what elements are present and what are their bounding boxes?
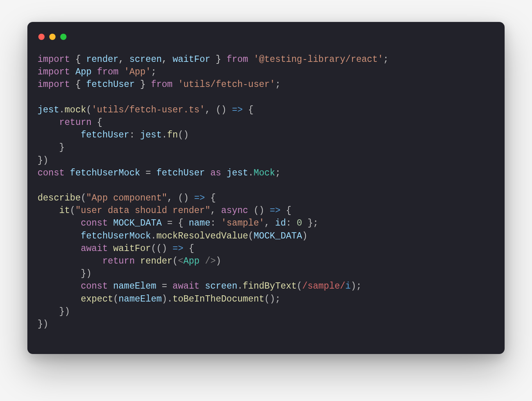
code-token: () (248, 206, 270, 216)
code-token: name (189, 218, 210, 228)
code-token: , () (167, 193, 194, 203)
code-token: => (232, 105, 243, 115)
code-token: const (81, 281, 108, 291)
code-token (70, 67, 75, 77)
code-token: 'utils/fetch-user.ts' (92, 105, 205, 115)
code-token: } (135, 79, 151, 90)
code-token: mockResolvedValue (156, 231, 248, 241)
code-token: ) (216, 256, 221, 266)
code-token: id (275, 218, 286, 228)
code-token: import (38, 79, 70, 90)
code-token (248, 54, 253, 65)
code-token: = (140, 168, 156, 178)
code-token: ( (173, 256, 178, 266)
code-token: { (280, 206, 291, 216)
code-token: from (151, 79, 173, 90)
code-token: (); (264, 294, 280, 304)
code-token: as (210, 168, 221, 178)
code-token: App (75, 67, 92, 77)
code-token (108, 218, 113, 228)
code-token: ( (248, 231, 253, 241)
code-token (38, 256, 102, 266)
code-token: MOCK_DATA (253, 231, 302, 241)
code-token: . (162, 130, 167, 140)
code-token: ) (302, 231, 307, 241)
code-token: { (243, 105, 254, 115)
code-token: jest (38, 105, 59, 115)
code-token: findByText (243, 281, 297, 291)
code-token: /> (205, 256, 216, 266)
code-token: const (81, 218, 108, 228)
code-token (200, 281, 205, 291)
code-token: render (86, 54, 119, 65)
code-token: { (183, 244, 194, 254)
code-token: import (38, 67, 70, 77)
code-token: . (59, 105, 65, 115)
code-token: } (38, 143, 65, 153)
code-token: { (92, 117, 102, 128)
code-token: describe (38, 193, 81, 203)
code-token: = { (162, 218, 189, 228)
code-token: i (345, 281, 351, 291)
code-token: . (237, 281, 243, 291)
code-token: mock (65, 105, 86, 115)
code-token (38, 281, 81, 291)
code-token: nameElem (119, 294, 162, 304)
code-token: 'sample' (221, 218, 264, 228)
code-token: ). (162, 294, 173, 304)
code-token: : (210, 218, 221, 228)
code-token: 'App' (124, 67, 151, 77)
code-token: '@testing-library/react' (253, 54, 383, 65)
code-token: /sample/ (302, 281, 345, 291)
code-token: = (156, 281, 173, 291)
code-token: return (102, 256, 135, 266)
code-token (135, 256, 140, 266)
code-token (38, 130, 81, 140)
code-token: fn (167, 130, 178, 140)
code-token: () (178, 130, 189, 140)
code-token: fetchUserMock (70, 168, 140, 178)
code-token: 0 (297, 218, 302, 228)
code-token: return (59, 117, 92, 128)
code-token: { (70, 54, 86, 65)
code-token: "App component" (86, 193, 167, 203)
code-token: => (194, 193, 205, 203)
code-token: expect (81, 294, 113, 304)
code-token: ; (383, 54, 388, 65)
code-token: render (140, 256, 173, 266)
code-token (119, 67, 124, 77)
code-token: ; (151, 67, 156, 77)
code-token: jest (140, 130, 162, 140)
code-token: , (210, 206, 221, 216)
zoom-icon[interactable] (60, 34, 66, 40)
code-token (38, 244, 81, 254)
code-token: Mock (253, 168, 275, 178)
code-token: from (97, 67, 119, 77)
code-token (200, 256, 205, 266)
code-token (108, 281, 113, 291)
code-token: ; (275, 79, 280, 90)
code-token: import (38, 54, 70, 65)
code-token: App (183, 256, 200, 266)
code-token (92, 67, 97, 77)
code-token: async (221, 206, 248, 216)
code-token: waitFor (113, 244, 151, 254)
code-token: : (129, 130, 140, 140)
code-token: toBeInTheDocument (173, 294, 264, 304)
code-token: ; (275, 168, 280, 178)
minimize-icon[interactable] (49, 34, 56, 40)
code-token (38, 117, 59, 128)
code-token: }) (38, 269, 92, 279)
code-token (108, 244, 113, 254)
code-token: fetchUser (156, 168, 205, 178)
code-token: => (173, 244, 183, 254)
code-token: fetchUserMock (81, 231, 151, 241)
close-icon[interactable] (38, 34, 45, 40)
code-token: const (38, 168, 65, 178)
code-token: }) (38, 319, 49, 329)
code-token (173, 79, 178, 90)
code-token: , (119, 54, 129, 65)
code-token: fetchUser (81, 130, 129, 140)
code-token: . (151, 231, 156, 241)
code-token: , () (205, 105, 232, 115)
